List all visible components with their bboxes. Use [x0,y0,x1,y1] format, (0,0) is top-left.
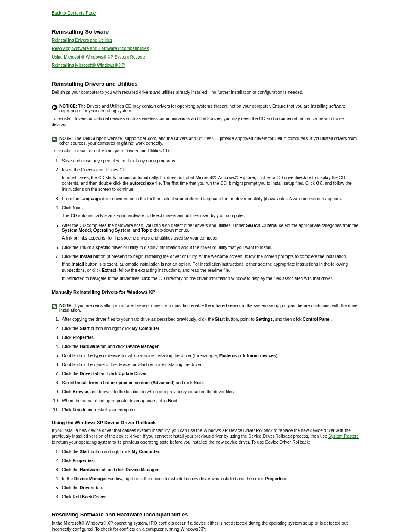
toc-link[interactable]: Reinstalling Microsoft® Windows® XP [52,63,125,68]
notice-block: NOTICE: The Drivers and Utilities CD may… [52,104,359,113]
body-text: Dell ships your computer to you with req… [52,90,359,96]
list-item: After the CD completes the hardware scan… [60,223,359,241]
list-item: Click the link of a specific driver or u… [60,245,359,250]
subsection-heading: Using the Windows XP Device Driver Rollb… [52,420,359,425]
list-item: Click the Drivers tab. [60,485,359,490]
body-text: To reinstall a driver or utility from yo… [52,148,359,154]
note-block: NOTE: If you are reinstalling an infrare… [52,303,359,313]
toc-link[interactable]: Using Microsoft® Windows® XP System Rest… [52,55,145,59]
list-item: Click Properties. [60,458,359,463]
body-text: A link or links appear(s) for the specif… [62,235,359,241]
section-heading: Resolving Software and Hardware Incompat… [52,511,359,518]
subsection-heading: Manually Reinstalling Drivers for Window… [52,289,359,295]
toc-link[interactable]: Reinstalling Drivers and Utilities [52,38,112,43]
page-title: Reinstalling Software [52,28,359,35]
list-item: Save and close any open files, and exit … [60,159,359,163]
list-item: Double-click the type of device for whic… [60,353,359,358]
body-text: The CD automatically scans your hardware… [62,213,359,219]
section-heading: Reinstalling Drivers and Utilities [52,81,359,87]
list-item: When the name of the appropriate driver … [60,398,359,403]
ordered-list: Click the Start button and right-click M… [60,449,359,499]
list-item: Click Roll Back Driver. [60,495,359,499]
list-item: Click the Hardware tab and click Device … [60,467,359,472]
note-icon [52,304,58,310]
notice-text: NOTICE: The Drivers and Utilities CD may… [59,104,359,113]
ordered-list: After copying the driver files to your h… [60,317,359,412]
list-item: After copying the driver files to your h… [60,317,359,322]
body-text: To reinstall drivers for optional device… [52,116,359,128]
list-item: Click Finish and restart your computer. [60,408,359,412]
body-text: In most cases, the CD starts running aut… [62,175,359,193]
list-item: Click the Driver tab and click Update Dr… [60,371,359,376]
list-item: Double-click the name of the device for … [60,362,359,367]
list-item: Click Browse, and browse to the location… [60,389,359,394]
note-text: NOTE: The Dell Support website, support.… [59,136,359,146]
toc-link[interactable]: Resolving Software and Hardware Incompat… [52,46,149,51]
note-block: NOTE: The Dell Support website, support.… [52,136,359,146]
body-text: In the Microsoft® Windows® XP operating … [52,520,359,532]
inline-link[interactable]: System Restore [328,434,359,439]
list-item: From the Language drop-down menu in the … [60,196,359,201]
body-text: If instructed to navigate to the driver … [62,276,359,282]
body-text: If you install a new device driver that … [52,428,359,445]
list-item: Click the Hardware tab and click Device … [60,344,359,349]
list-item: Click the Start button and right-click M… [60,326,359,331]
body-text: If no Install button is present, automat… [62,261,359,273]
ordered-list: Save and close any open files, and exit … [60,159,359,282]
note-icon [52,137,58,143]
list-item: Click the Install button (if present) to… [60,254,359,282]
list-item: In the Device Manager window, right-clic… [60,476,359,481]
list-item: Select Install from a list or specific l… [60,380,359,385]
note-text: NOTE: If you are reinstalling an infrare… [59,303,359,313]
document-page: Back to Contents Page Reinstalling Softw… [0,0,411,532]
notice-icon [52,104,58,110]
list-item: Click Properties. [60,335,359,340]
list-item: Insert the Drivers and Utilities CD. In … [60,168,359,193]
list-item: Click the Start button and right-click M… [60,449,359,454]
back-link[interactable]: Back to Contents Page [52,11,96,16]
list-item: Click Next. The CD automatically scans y… [60,205,359,219]
